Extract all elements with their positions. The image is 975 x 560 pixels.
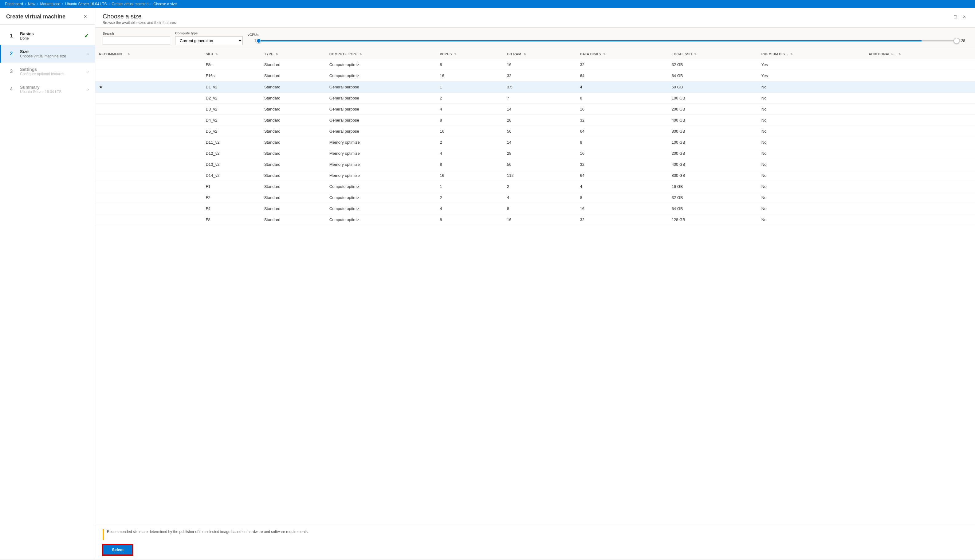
cell-premium_dis: No bbox=[758, 181, 865, 192]
breadcrumb-new[interactable]: New bbox=[28, 2, 35, 6]
col-vcpus[interactable]: VCPUS ⇅ bbox=[436, 49, 503, 59]
vcpu-slider-track[interactable] bbox=[259, 40, 957, 42]
cell-type: Standard bbox=[261, 170, 326, 181]
table-header: RECOMMEND... ⇅ SKU ⇅ TYPE ⇅ COMPUTE TYPE… bbox=[95, 49, 975, 59]
cell-recommended bbox=[95, 192, 202, 203]
breadcrumb-marketplace[interactable]: Marketplace bbox=[40, 2, 60, 6]
cell-premium_dis: No bbox=[758, 93, 865, 104]
step-3-info: Settings Configure optional features bbox=[20, 67, 83, 76]
filter-row: Search Compute type Current generation A… bbox=[95, 28, 975, 49]
cell-premium_dis: No bbox=[758, 126, 865, 137]
cell-sku: F2 bbox=[202, 192, 261, 203]
breadcrumb-create-vm[interactable]: Create virtual machine bbox=[112, 2, 149, 6]
search-group: Search bbox=[103, 32, 170, 45]
cell-additional_f bbox=[865, 137, 975, 148]
close-panel-button[interactable]: × bbox=[961, 13, 968, 21]
table-row[interactable]: F2StandardCompute optimiz24832 GBNo bbox=[95, 192, 975, 203]
cell-local_ssd: 200 GB bbox=[668, 148, 758, 159]
star-icon: ★ bbox=[99, 85, 103, 89]
cell-recommended bbox=[95, 148, 202, 159]
cell-gb_ram: 7 bbox=[503, 93, 577, 104]
compute-type-select[interactable]: Current generation All generations Class… bbox=[175, 36, 243, 45]
table-row[interactable]: D2_v2StandardGeneral purpose278100 GBNo bbox=[95, 93, 975, 104]
step-3-settings[interactable]: 3 Settings Configure optional features › bbox=[0, 63, 95, 80]
table-row[interactable]: D13_v2StandardMemory optimize85632400 GB… bbox=[95, 159, 975, 170]
cell-sku: D2_v2 bbox=[202, 93, 261, 104]
col-compute-type[interactable]: COMPUTE TYPE ⇅ bbox=[326, 49, 436, 59]
breadcrumb-dashboard[interactable]: Dashboard bbox=[5, 2, 23, 6]
col-local-ssd[interactable]: LOCAL SSD ⇅ bbox=[668, 49, 758, 59]
table-row[interactable]: D11_v2StandardMemory optimize2148100 GBN… bbox=[95, 137, 975, 148]
table-row[interactable]: F1StandardCompute optimiz12416 GBNo bbox=[95, 181, 975, 192]
left-panel-header: Create virtual machine × bbox=[0, 8, 95, 25]
cell-sku: F8 bbox=[202, 214, 261, 225]
cell-data_disks: 32 bbox=[577, 214, 668, 225]
cell-local_ssd: 200 GB bbox=[668, 104, 758, 115]
table-row[interactable]: F8sStandardCompute optimiz8163232 GBYes bbox=[95, 59, 975, 70]
cell-vcpus: 16 bbox=[436, 70, 503, 82]
table-row[interactable]: F4StandardCompute optimiz481664 GBNo bbox=[95, 203, 975, 214]
table-row[interactable]: D3_v2StandardGeneral purpose41416200 GBN… bbox=[95, 104, 975, 115]
cell-gb_ram: 28 bbox=[503, 115, 577, 126]
cell-sku: F16s bbox=[202, 70, 261, 82]
step-2-size[interactable]: 2 Size Choose virtual machine size › bbox=[0, 45, 95, 63]
search-input[interactable] bbox=[103, 37, 170, 45]
cell-type: Standard bbox=[261, 203, 326, 214]
breadcrumb-sep-3: › bbox=[62, 2, 63, 6]
table-container[interactable]: RECOMMEND... ⇅ SKU ⇅ TYPE ⇅ COMPUTE TYPE… bbox=[95, 49, 975, 525]
maximize-button[interactable]: □ bbox=[952, 13, 959, 21]
cell-vcpus: 2 bbox=[436, 93, 503, 104]
table-row[interactable]: D14_v2StandardMemory optimize1611264800 … bbox=[95, 170, 975, 181]
cell-vcpus: 4 bbox=[436, 104, 503, 115]
step-1-basics[interactable]: 1 Basics Done ✓ bbox=[0, 27, 95, 45]
col-data-disks[interactable]: DATA DISKS ⇅ bbox=[577, 49, 668, 59]
table-row[interactable]: F16sStandardCompute optimiz16326464 GBYe… bbox=[95, 70, 975, 82]
step-3-number: 3 bbox=[7, 67, 16, 76]
cell-vcpus: 4 bbox=[436, 148, 503, 159]
cell-data_disks: 64 bbox=[577, 70, 668, 82]
step-4-sublabel: Ubuntu Server 16.04 LTS bbox=[20, 90, 83, 94]
cell-data_disks: 32 bbox=[577, 159, 668, 170]
cell-sku: F1 bbox=[202, 181, 261, 192]
step-4-summary[interactable]: 4 Summary Ubuntu Server 16.04 LTS › bbox=[0, 80, 95, 98]
table-body: F8sStandardCompute optimiz8163232 GBYesF… bbox=[95, 59, 975, 225]
cell-data_disks: 8 bbox=[577, 93, 668, 104]
col-additional-f[interactable]: ADDITIONAL F... ⇅ bbox=[865, 49, 975, 59]
main-layout: Create virtual machine × 1 Basics Done ✓… bbox=[0, 8, 975, 559]
select-button[interactable]: Select bbox=[103, 544, 133, 555]
cell-sku: D4_v2 bbox=[202, 115, 261, 126]
breadcrumb-ubuntu[interactable]: Ubuntu Server 16.04 LTS bbox=[65, 2, 107, 6]
cell-type: Standard bbox=[261, 82, 326, 93]
cell-type: Standard bbox=[261, 181, 326, 192]
cell-additional_f bbox=[865, 93, 975, 104]
vcpu-thumb-left[interactable] bbox=[256, 38, 261, 43]
col-type[interactable]: TYPE ⇅ bbox=[261, 49, 326, 59]
cell-compute_type: Compute optimiz bbox=[326, 203, 436, 214]
cell-vcpus: 8 bbox=[436, 59, 503, 70]
cell-sku: D1_v2 bbox=[202, 82, 261, 93]
cell-vcpus: 1 bbox=[436, 82, 503, 93]
cell-recommended bbox=[95, 93, 202, 104]
step-2-chevron: › bbox=[87, 51, 89, 56]
cell-premium_dis: No bbox=[758, 82, 865, 93]
cell-compute_type: Compute optimiz bbox=[326, 70, 436, 82]
col-sku[interactable]: SKU ⇅ bbox=[202, 49, 261, 59]
cell-gb_ram: 112 bbox=[503, 170, 577, 181]
cell-vcpus: 4 bbox=[436, 203, 503, 214]
cell-gb_ram: 3.5 bbox=[503, 82, 577, 93]
cell-local_ssd: 400 GB bbox=[668, 115, 758, 126]
table-row[interactable]: D12_v2StandardMemory optimize42816200 GB… bbox=[95, 148, 975, 159]
col-premium-dis[interactable]: PREMIUM DIS... ⇅ bbox=[758, 49, 865, 59]
col-gb-ram[interactable]: GB RAM ⇅ bbox=[503, 49, 577, 59]
vcpu-thumb-right[interactable] bbox=[953, 38, 960, 44]
cell-local_ssd: 100 GB bbox=[668, 137, 758, 148]
close-button[interactable]: × bbox=[82, 13, 89, 20]
left-panel: Create virtual machine × 1 Basics Done ✓… bbox=[0, 8, 95, 559]
cell-recommended bbox=[95, 115, 202, 126]
table-row[interactable]: D5_v2StandardGeneral purpose165664800 GB… bbox=[95, 126, 975, 137]
table-row[interactable]: F8StandardCompute optimiz81632128 GBNo bbox=[95, 214, 975, 225]
table-row[interactable]: ★D1_v2StandardGeneral purpose13.5450 GBN… bbox=[95, 82, 975, 93]
col-recommended[interactable]: RECOMMEND... ⇅ bbox=[95, 49, 202, 59]
cell-recommended bbox=[95, 126, 202, 137]
table-row[interactable]: D4_v2StandardGeneral purpose82832400 GBN… bbox=[95, 115, 975, 126]
